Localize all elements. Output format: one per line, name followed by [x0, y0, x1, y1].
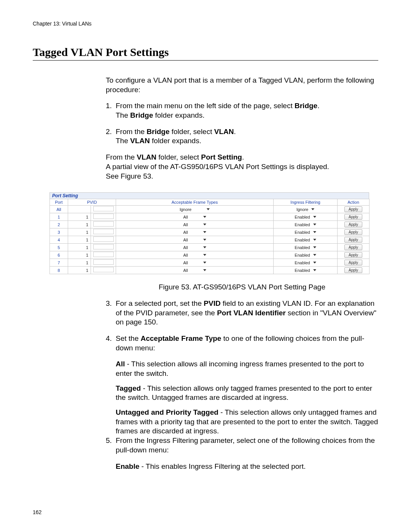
- ingress-filter-dropdown[interactable]: Enabled: [295, 214, 316, 220]
- step-body: For a selected port, set the PVID field …: [116, 299, 378, 327]
- pvid-input[interactable]: [93, 259, 114, 265]
- cell-port: All: [50, 206, 68, 213]
- text: .: [242, 153, 244, 161]
- cell-aft[interactable]: All: [116, 267, 274, 274]
- cell-ingress-filtering[interactable]: Enabled: [274, 213, 338, 221]
- cell-pvid-value: 1: [68, 221, 91, 228]
- step-number: 3.: [106, 299, 116, 327]
- cell-ingress-filtering[interactable]: Enabled: [274, 244, 338, 251]
- apply-button[interactable]: Apply: [344, 267, 362, 273]
- apply-button[interactable]: Apply: [344, 252, 362, 258]
- aft-dropdown[interactable]: All: [183, 230, 206, 235]
- table-row: AllIgnoreIgnoreApply: [50, 206, 370, 213]
- col-pvid: PVID: [68, 199, 116, 206]
- cell-aft[interactable]: Ignore: [116, 206, 274, 213]
- cell-pvid-input[interactable]: [91, 228, 116, 236]
- pvid-input[interactable]: [93, 252, 114, 257]
- chevron-down-icon: [203, 246, 206, 248]
- apply-button[interactable]: Apply: [344, 206, 362, 212]
- dropdown-value: Enabled: [295, 252, 310, 258]
- table-row: 51AllEnabledApply: [50, 244, 370, 251]
- apply-button[interactable]: Apply: [344, 229, 362, 235]
- cell-pvid-input[interactable]: [91, 236, 116, 244]
- cell-pvid-input[interactable]: [91, 206, 116, 213]
- cell-aft[interactable]: All: [116, 244, 274, 251]
- cell-ingress-filtering[interactable]: Ignore: [274, 206, 338, 213]
- cell-aft[interactable]: All: [116, 259, 274, 267]
- cell-action: Apply: [338, 236, 370, 244]
- chevron-down-icon: [203, 231, 206, 233]
- ingress-filter-dropdown[interactable]: Enabled: [295, 222, 316, 227]
- text: .: [234, 128, 236, 136]
- aft-dropdown[interactable]: All: [183, 237, 206, 243]
- ingress-filter-dropdown[interactable]: Enabled: [295, 260, 316, 265]
- chevron-down-icon: [207, 208, 210, 210]
- cell-ingress-filtering[interactable]: Enabled: [274, 228, 338, 236]
- dropdown-value: Enabled: [295, 222, 310, 227]
- cell-aft[interactable]: All: [116, 236, 274, 244]
- text: - This enables Ingress Filtering at the …: [139, 462, 306, 470]
- apply-button[interactable]: Apply: [344, 244, 362, 250]
- apply-button[interactable]: Apply: [344, 237, 362, 243]
- col-action: Action: [338, 199, 370, 206]
- chapter-label: Chapter 13: Virtual LANs: [33, 21, 378, 27]
- cell-pvid-value: 1: [68, 259, 91, 267]
- cell-port: 8: [50, 267, 68, 274]
- pvid-input[interactable]: [93, 221, 114, 227]
- cell-port: 1: [50, 213, 68, 221]
- cell-ingress-filtering[interactable]: Enabled: [274, 236, 338, 244]
- aft-dropdown[interactable]: All: [183, 252, 206, 258]
- chevron-down-icon: [313, 262, 316, 264]
- cell-pvid-value: 1: [68, 228, 91, 236]
- pvid-input[interactable]: [93, 206, 114, 211]
- cell-pvid-input[interactable]: [91, 259, 116, 267]
- cell-aft[interactable]: All: [116, 213, 274, 221]
- cell-ingress-filtering[interactable]: Enabled: [274, 259, 338, 267]
- pvid-input[interactable]: [93, 214, 114, 219]
- cell-ingress-filtering[interactable]: Enabled: [274, 221, 338, 228]
- text: From the: [106, 153, 137, 161]
- aft-dropdown[interactable]: All: [183, 222, 206, 227]
- bold-text: Acceptable Frame Type: [141, 334, 221, 342]
- cell-pvid-input[interactable]: [91, 244, 116, 251]
- aft-dropdown[interactable]: All: [183, 260, 206, 265]
- divider: [33, 60, 378, 61]
- text: - This selection allows all incoming ing…: [116, 360, 364, 377]
- dropdown-value: Enabled: [295, 245, 310, 250]
- ingress-filter-dropdown[interactable]: Enabled: [295, 237, 316, 243]
- aft-dropdown[interactable]: Ignore: [180, 207, 210, 212]
- cell-aft[interactable]: All: [116, 221, 274, 228]
- cell-pvid-input[interactable]: [91, 251, 116, 259]
- ingress-filter-dropdown[interactable]: Ignore: [296, 207, 314, 212]
- pvid-input[interactable]: [93, 244, 114, 249]
- apply-button[interactable]: Apply: [344, 214, 362, 220]
- cell-port: 5: [50, 244, 68, 251]
- pvid-input[interactable]: [93, 236, 114, 242]
- aft-dropdown[interactable]: All: [183, 214, 206, 220]
- aft-dropdown[interactable]: All: [183, 268, 206, 273]
- cell-aft[interactable]: All: [116, 251, 274, 259]
- ingress-filter-dropdown[interactable]: Enabled: [295, 245, 316, 250]
- text: From the Ingress Filtering parameter, se…: [116, 436, 375, 454]
- pvid-input[interactable]: [93, 267, 114, 272]
- cell-aft[interactable]: All: [116, 228, 274, 236]
- ingress-filter-dropdown[interactable]: Enabled: [295, 230, 316, 235]
- apply-button[interactable]: Apply: [344, 222, 362, 227]
- cell-ingress-filtering[interactable]: Enabled: [274, 251, 338, 259]
- cell-pvid-input[interactable]: [91, 213, 116, 221]
- cell-pvid-input[interactable]: [91, 221, 116, 228]
- cell-pvid-value: 1: [68, 213, 91, 221]
- step-number: 2.: [106, 127, 116, 146]
- panel-title: Port Setting: [49, 192, 369, 199]
- table-row: 71AllEnabledApply: [50, 259, 370, 267]
- aft-dropdown[interactable]: All: [183, 245, 206, 250]
- apply-button[interactable]: Apply: [344, 260, 362, 265]
- cell-ingress-filtering[interactable]: Enabled: [274, 267, 338, 274]
- dropdown-value: All: [183, 214, 188, 220]
- cell-pvid-value: [68, 206, 91, 213]
- pvid-input[interactable]: [93, 229, 114, 234]
- ingress-filter-dropdown[interactable]: Enabled: [295, 268, 316, 273]
- ingress-filter-dropdown[interactable]: Enabled: [295, 252, 316, 258]
- text: folder, select: [170, 128, 214, 136]
- cell-pvid-input[interactable]: [91, 267, 116, 274]
